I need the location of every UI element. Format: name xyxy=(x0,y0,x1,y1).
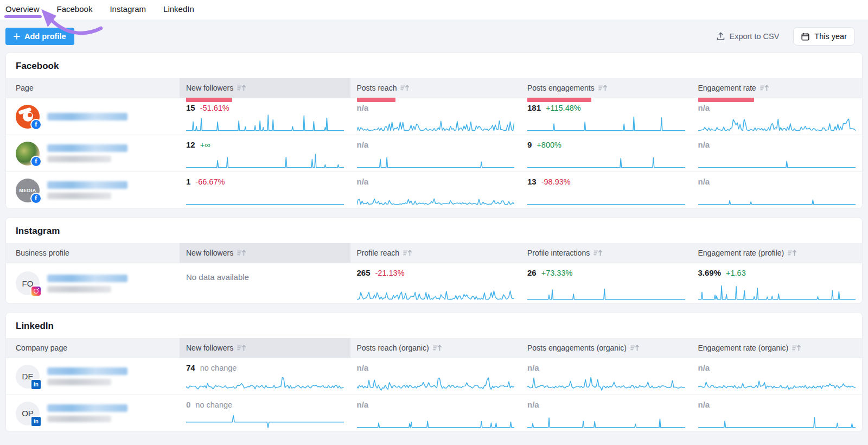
profile-cell[interactable]: OPin xyxy=(6,395,180,431)
column-header-profile-interactions[interactable]: Profile interactions xyxy=(521,243,692,263)
metric-cell: 265-21.13% xyxy=(350,263,521,303)
profile-cell[interactable]: f xyxy=(6,135,180,171)
profile-avatar: FO xyxy=(16,271,40,295)
metric-cell: n/a xyxy=(692,135,863,171)
metric-cell: n/a xyxy=(350,358,521,395)
metric-cell: n/a xyxy=(521,395,692,431)
metric-value: 12 xyxy=(186,140,195,149)
table-row: FONo data available265-21.13%26+73.33%3.… xyxy=(6,263,862,303)
calendar-icon xyxy=(801,33,809,41)
plus-icon xyxy=(14,33,20,40)
metric-change: -98.93% xyxy=(541,177,571,186)
tab-overview[interactable]: Overview xyxy=(5,4,40,14)
metric-value: 15 xyxy=(186,103,195,112)
table-header: Business profileNew followersProfile rea… xyxy=(6,243,862,263)
metric-cell: n/a xyxy=(692,395,863,431)
header-highlight-bar xyxy=(357,98,395,102)
tab-facebook[interactable]: Facebook xyxy=(57,4,93,14)
column-header-new-followers[interactable]: New followers xyxy=(180,243,350,263)
metric-cell: 26+73.33% xyxy=(521,263,692,303)
semrush-logo-icon xyxy=(23,111,33,122)
sparkline-chart xyxy=(698,114,856,131)
header-highlight-bar xyxy=(186,98,232,102)
sparkline-chart xyxy=(186,114,344,131)
sparkline-chart xyxy=(357,411,515,428)
column-header-posts-engagements-organic-[interactable]: Posts engagements (organic) xyxy=(521,338,692,358)
metric-cell: n/a xyxy=(692,358,863,395)
sort-desc-icon xyxy=(598,84,608,92)
linkedin-badge-icon: in xyxy=(30,416,42,427)
metric-change: -51.61% xyxy=(200,104,229,112)
metric-change: no change xyxy=(200,364,237,372)
column-header-posts-engagements[interactable]: Posts engagements xyxy=(521,78,692,98)
metric-change: +1.63 xyxy=(726,269,746,277)
sort-desc-icon xyxy=(237,344,246,352)
metric-cell: n/a xyxy=(350,172,521,208)
metric-cell: 15-51.61% xyxy=(180,98,350,135)
top-tabs: OverviewFacebookInstagramLinkedIn xyxy=(5,4,194,14)
column-header-entity: Company page xyxy=(6,338,180,358)
metric-value: 13 xyxy=(527,177,537,186)
profile-name-redacted xyxy=(47,181,127,199)
metric-change: +115.48% xyxy=(546,104,581,112)
column-header-posts-reach[interactable]: Posts reach xyxy=(350,78,521,98)
table-row: f15-51.61%n/a181+115.48%n/a xyxy=(6,98,862,135)
section-title-facebook: Facebook xyxy=(6,53,862,78)
sparkline-chart xyxy=(186,188,344,205)
section-facebook: FacebookPageNew followersPosts reachPost… xyxy=(5,52,863,209)
metric-change: +∞ xyxy=(200,141,210,149)
sparkline-chart xyxy=(527,411,685,428)
column-header-posts-reach-organic-[interactable]: Posts reach (organic) xyxy=(350,338,521,358)
instagram-badge-icon xyxy=(30,285,42,297)
sparkline-chart xyxy=(527,283,685,300)
profile-cell[interactable]: MEDIAf xyxy=(6,172,180,208)
add-profile-button[interactable]: Add profile xyxy=(5,28,74,45)
profile-cell[interactable]: FO xyxy=(6,263,180,303)
column-header-engagement-rate-profile-[interactable]: Engagement rate (profile) xyxy=(692,243,863,263)
top-nav: OverviewFacebookInstagramLinkedIn xyxy=(0,0,868,20)
profile-avatar: f xyxy=(16,142,40,166)
metric-value: n/a xyxy=(698,103,710,112)
column-header-engagement-rate-organic-[interactable]: Engagement rate (organic) xyxy=(692,338,863,358)
column-header-profile-reach[interactable]: Profile reach xyxy=(350,243,521,263)
sparkline-chart xyxy=(527,151,685,168)
metric-cell: n/a xyxy=(692,172,863,208)
sort-desc-icon xyxy=(593,249,603,257)
metric-change: +73.33% xyxy=(541,269,573,277)
sparkline-chart xyxy=(357,151,515,168)
export-csv-label: Export to CSV xyxy=(729,32,779,41)
profile-avatar: DEin xyxy=(16,365,40,389)
column-header-engagement-rate[interactable]: Engagement rate xyxy=(692,78,863,98)
metric-cell: n/a xyxy=(350,135,521,171)
metric-cell: 13-98.93% xyxy=(521,172,692,208)
sparkline-chart xyxy=(698,374,856,391)
metric-value: n/a xyxy=(357,140,369,149)
column-header-entity: Business profile xyxy=(6,243,180,263)
sparkline-chart xyxy=(698,411,856,428)
profile-cell[interactable]: f xyxy=(6,98,180,135)
column-header-new-followers[interactable]: New followers xyxy=(180,338,350,358)
column-header-new-followers[interactable]: New followers xyxy=(180,78,350,98)
metric-cell: 1-66.67% xyxy=(180,172,350,208)
metric-value: n/a xyxy=(357,363,369,372)
date-range-label: This year xyxy=(814,32,847,41)
tab-instagram[interactable]: Instagram xyxy=(110,4,146,14)
date-range-button[interactable]: This year xyxy=(793,27,855,46)
tab-linkedin[interactable]: LinkedIn xyxy=(163,4,194,14)
section-title-instagram: Instagram xyxy=(6,218,862,243)
metric-change: no change xyxy=(195,400,232,409)
profile-cell[interactable]: DEin xyxy=(6,358,180,395)
table-row: DEin74no changen/an/an/a xyxy=(6,358,862,395)
table-header: Company pageNew followersPosts reach (or… xyxy=(6,338,862,358)
export-csv-button[interactable]: Export to CSV xyxy=(717,32,779,41)
sparkline-chart xyxy=(186,151,344,168)
metric-value: 26 xyxy=(527,268,537,277)
facebook-badge-icon: f xyxy=(30,156,42,167)
profile-avatar: f xyxy=(16,105,40,129)
metric-cell: n/a xyxy=(521,358,692,395)
metric-cell: n/a xyxy=(350,98,521,135)
metric-value: n/a xyxy=(527,363,539,372)
metric-cell: n/a xyxy=(692,98,863,135)
sort-desc-icon xyxy=(630,344,640,352)
sort-desc-icon xyxy=(403,249,412,257)
